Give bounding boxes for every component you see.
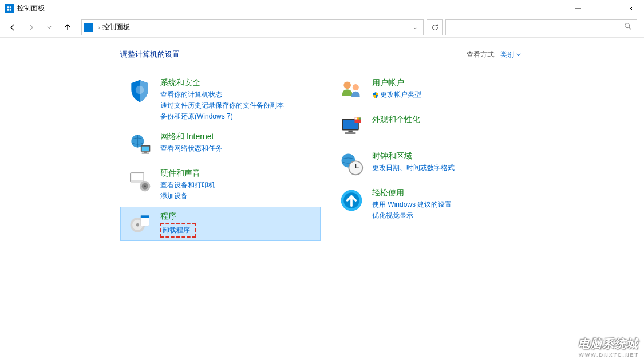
user-accounts-icon [338, 77, 365, 104]
programs-icon [126, 210, 153, 238]
watermark: 电脑系统城 WWW.DNXTC.NET [551, 334, 638, 358]
view-by-label: 查看方式: [467, 50, 496, 60]
category-programs[interactable]: 程序 卸载程序 [120, 207, 321, 241]
svg-point-28 [353, 84, 359, 90]
category-title[interactable]: 用户帐户 [372, 78, 527, 88]
svg-rect-18 [131, 173, 143, 180]
uninstall-programs-link[interactable]: 卸载程序 [160, 223, 196, 238]
search-icon [624, 22, 632, 33]
content-area: 调整计算机的设置 查看方式: 类别 系统和安全 查看你的计算机状态 通过文件历史… [0, 38, 644, 243]
svg-rect-14 [142, 147, 149, 151]
category-appearance[interactable]: 外观和个性化 [332, 110, 532, 144]
category-link[interactable]: 使用 Windows 建议的设置 [372, 199, 527, 210]
minimize-button[interactable] [565, 0, 591, 17]
window-titlebar: 控制面板 [0, 0, 644, 17]
refresh-button[interactable] [427, 19, 443, 35]
clock-icon [338, 150, 365, 177]
left-column: 系统和安全 查看你的计算机状态 通过文件历史记录保存你的文件备份副本 备份和还原… [120, 73, 321, 243]
svg-point-11 [136, 86, 144, 94]
hardware-icon [126, 167, 153, 195]
svg-rect-31 [349, 131, 353, 133]
maximize-button[interactable] [591, 0, 618, 17]
category-title[interactable]: 网络和 Internet [160, 132, 315, 142]
ease-of-access-icon [338, 187, 365, 214]
svg-rect-36 [359, 118, 361, 120]
svg-point-21 [144, 185, 146, 187]
svg-rect-32 [345, 132, 355, 134]
svg-point-27 [343, 81, 351, 89]
category-ease-of-access[interactable]: 轻松使用 使用 Windows 建议的设置 优化视觉显示 [332, 183, 532, 224]
svg-point-43 [552, 336, 573, 357]
address-text: 控制面板 [102, 22, 413, 32]
forward-button[interactable] [23, 19, 39, 35]
svg-point-9 [625, 23, 630, 27]
category-title[interactable]: 时钟和区域 [372, 151, 527, 161]
category-network-internet[interactable]: 网络和 Internet 查看网络状态和任务 [120, 127, 321, 161]
recent-dropdown[interactable] [41, 19, 57, 35]
category-title[interactable]: 轻松使用 [372, 188, 527, 198]
chevron-down-icon [516, 52, 521, 57]
shield-icon [126, 77, 153, 104]
category-hardware-sound[interactable]: 硬件和声音 查看设备和打印机 添加设备 [120, 164, 321, 204]
page-title: 调整计算机的设置 [120, 49, 467, 60]
category-link[interactable]: 通过文件历史记录保存你的文件备份副本 [160, 100, 315, 111]
svg-point-24 [136, 223, 140, 227]
category-title[interactable]: 外观和个性化 [372, 115, 527, 125]
category-link[interactable]: 添加设备 [160, 191, 315, 201]
category-link[interactable]: 更改日期、时间或数字格式 [372, 163, 527, 173]
svg-rect-3 [7, 9, 9, 10]
svg-rect-15 [144, 152, 147, 153]
svg-rect-2 [10, 6, 11, 8]
back-button[interactable] [5, 19, 21, 35]
category-link[interactable]: 查看设备和打印机 [160, 180, 315, 190]
svg-rect-4 [10, 9, 11, 10]
search-box[interactable] [445, 19, 637, 35]
up-button[interactable] [60, 19, 76, 35]
network-icon [126, 131, 153, 158]
svg-rect-26 [141, 215, 149, 218]
right-column: 用户帐户 更改帐户类型 外观和个性化 [332, 73, 532, 243]
svg-rect-34 [355, 118, 357, 120]
search-input[interactable] [451, 23, 624, 31]
svg-rect-0 [6, 5, 13, 12]
svg-rect-6 [602, 6, 607, 11]
category-clock-region[interactable]: 时钟和区域 更改日期、时间或数字格式 [332, 147, 532, 181]
svg-rect-35 [357, 118, 359, 120]
category-title[interactable]: 程序 [160, 211, 315, 222]
category-link[interactable]: 备份和还原(Windows 7) [160, 111, 315, 121]
category-system-security[interactable]: 系统和安全 查看你的计算机状态 通过文件历史记录保存你的文件备份副本 备份和还原… [120, 73, 321, 125]
category-link[interactable]: 查看你的计算机状态 [160, 89, 315, 100]
uac-shield-icon [372, 92, 379, 98]
svg-rect-1 [7, 6, 9, 8]
view-by-dropdown[interactable]: 类别 [500, 50, 521, 60]
navigation-bar: › 控制面板 ⌄ [0, 17, 644, 38]
appearance-icon [338, 113, 365, 141]
app-icon [5, 4, 14, 13]
category-user-accounts[interactable]: 用户帐户 更改帐户类型 [332, 73, 532, 108]
category-title[interactable]: 系统和安全 [160, 78, 315, 88]
address-bar[interactable]: › 控制面板 ⌄ [81, 19, 424, 35]
category-link[interactable]: 查看网络状态和任务 [160, 143, 315, 153]
svg-rect-16 [142, 153, 149, 154]
svg-line-10 [629, 27, 631, 29]
address-dropdown-icon[interactable]: ⌄ [413, 24, 417, 30]
close-button[interactable] [618, 0, 644, 17]
category-link[interactable]: 优化视觉显示 [372, 210, 527, 220]
category-title[interactable]: 硬件和声音 [160, 168, 315, 179]
address-icon [84, 23, 93, 32]
window-title: 控制面板 [17, 3, 565, 13]
category-link[interactable]: 更改帐户类型 [372, 89, 527, 100]
chevron-right-icon: › [98, 24, 100, 31]
